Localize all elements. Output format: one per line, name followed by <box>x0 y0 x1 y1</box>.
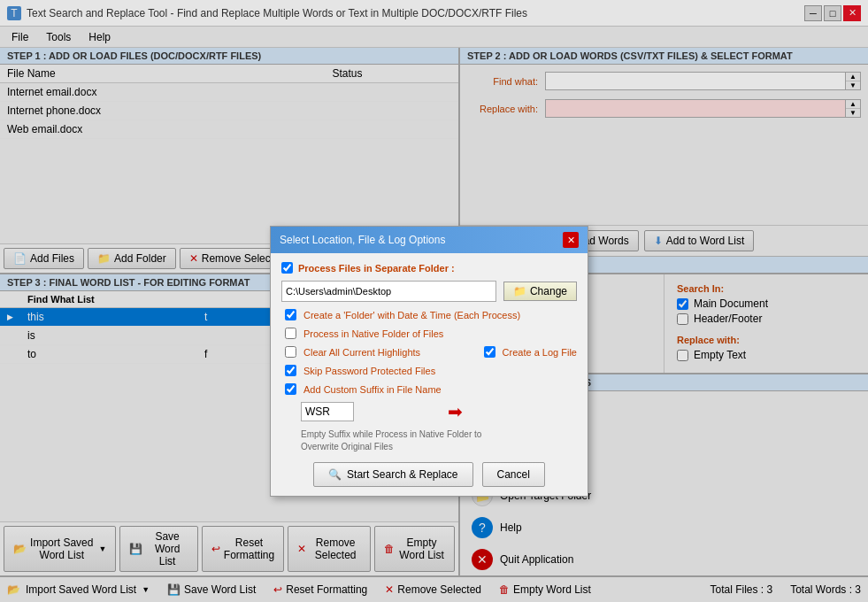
dialog-overlay: Select Location, File & Log Options ✕ Pr… <box>0 0 868 602</box>
skip-password-checkbox[interactable] <box>285 365 296 376</box>
dialog-title-text: Select Location, File & Log Options <box>280 234 445 246</box>
start-search-replace-label: Start Search & Replace <box>347 468 457 481</box>
process-native-checkbox[interactable] <box>285 328 296 339</box>
dialog-title-bar: Select Location, File & Log Options ✕ <box>271 227 588 253</box>
change-folder-icon: 📁 <box>513 285 526 297</box>
start-process-arrow-indicator: ➡ <box>448 401 463 422</box>
change-folder-button[interactable]: 📁 Change <box>503 282 577 301</box>
suffix-input[interactable] <box>301 402 354 421</box>
add-suffix-checkbox[interactable] <box>285 383 296 395</box>
clear-highlights-checkbox[interactable] <box>285 346 296 358</box>
create-folder-checkbox[interactable] <box>285 309 296 320</box>
process-native-label: Process in Native Folder of Files <box>303 328 443 339</box>
search-replace-icon: 🔍 <box>328 468 342 481</box>
change-folder-label: Change <box>530 285 567 297</box>
add-suffix-label: Add Custom Suffix in File Name <box>303 384 442 395</box>
dialog-close-button[interactable]: ✕ <box>563 232 579 248</box>
skip-password-label: Skip Password Protected Files <box>303 366 435 376</box>
suffix-note: Empty Suffix while Process in Native Fol… <box>301 428 577 453</box>
create-log-label: Create a Log File <box>503 347 577 358</box>
create-folder-label: Create a 'Folder' with Date & Time (Each… <box>303 310 520 320</box>
create-log-checkbox[interactable] <box>484 346 495 358</box>
cancel-button[interactable]: Cancel <box>482 462 545 487</box>
clear-highlights-label: Clear All Current Highlights <box>303 347 420 358</box>
start-search-replace-button[interactable]: 🔍 Start Search & Replace <box>313 462 472 487</box>
dialog: Select Location, File & Log Options ✕ Pr… <box>270 226 588 497</box>
separate-folder-label: Process Files in Separate Folder : <box>298 263 455 274</box>
separate-folder-checkbox[interactable] <box>281 262 293 274</box>
cancel-label: Cancel <box>497 468 530 481</box>
folder-path-input[interactable] <box>281 281 496 302</box>
